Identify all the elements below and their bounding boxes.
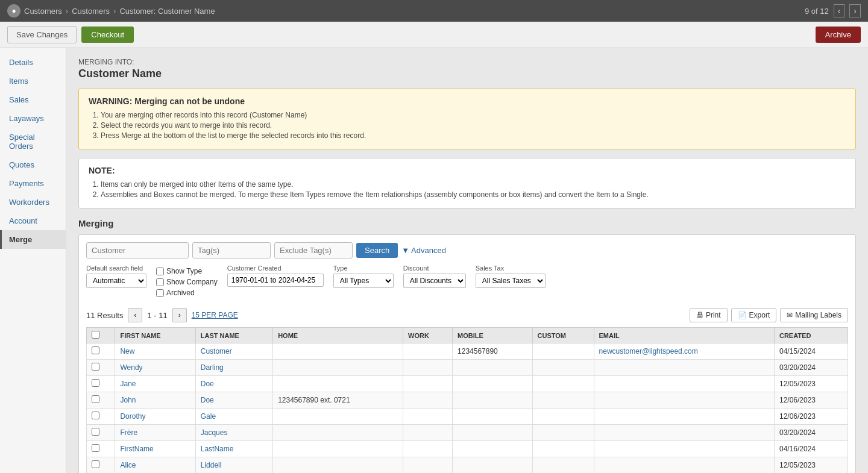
row-first-name[interactable]: New <box>115 343 195 360</box>
col-home: HOME <box>273 328 403 343</box>
row-checkbox[interactable] <box>92 395 99 403</box>
archive-button[interactable]: Archive <box>816 27 861 43</box>
row-last-name[interactable]: Gale <box>195 409 272 425</box>
sidebar-item-payments[interactable]: Payments <box>0 174 66 193</box>
row-first-name[interactable]: Dorothy <box>115 409 195 425</box>
show-company-checkbox[interactable] <box>156 278 164 286</box>
checkout-button[interactable]: Checkout <box>81 27 134 43</box>
row-first-name[interactable]: FirstName <box>115 441 195 457</box>
sidebar-item-account[interactable]: Account <box>0 211 66 230</box>
row-checkbox[interactable] <box>92 346 99 354</box>
exclude-tags-input[interactable] <box>274 242 353 258</box>
note-list: Items can only be merged into other Item… <box>89 180 846 199</box>
row-home <box>273 441 403 457</box>
sidebar-item-sales[interactable]: Sales <box>0 90 66 109</box>
tags-search-input[interactable] <box>192 242 271 258</box>
discount-group: Discount All Discounts <box>403 265 466 288</box>
row-checkbox[interactable] <box>92 363 99 371</box>
row-checkbox[interactable] <box>92 412 99 419</box>
row-first-name[interactable]: Frère <box>115 425 195 441</box>
filter-row: Default search field Automatic Show Type… <box>86 265 848 297</box>
row-checkbox[interactable] <box>92 428 99 436</box>
select-all-checkbox[interactable] <box>92 331 99 339</box>
prev-page-button[interactable]: ‹ <box>128 308 142 322</box>
next-nav-button[interactable]: › <box>849 4 861 17</box>
row-work <box>403 360 453 376</box>
row-last-name[interactable]: Jacques <box>195 425 272 441</box>
row-created: 04/15/2024 <box>774 343 848 360</box>
row-checkbox-cell[interactable] <box>87 376 115 392</box>
row-mobile <box>453 457 533 474</box>
row-checkbox-cell[interactable] <box>87 343 115 360</box>
sidebar-item-merge[interactable]: Merge <box>0 230 66 249</box>
note-item-1: Items can only be merged into other Item… <box>101 180 846 189</box>
warning-title: WARNING: Merging can not be undone <box>89 96 846 106</box>
sidebar-item-layaways[interactable]: Layaways <box>0 109 66 128</box>
row-checkbox-cell[interactable] <box>87 441 115 457</box>
row-work <box>403 409 453 425</box>
show-company-label[interactable]: Show Company <box>156 278 218 286</box>
row-checkbox-cell[interactable] <box>87 392 115 409</box>
row-checkbox-cell[interactable] <box>87 425 115 441</box>
table-row: Frère Jacques 03/20/2024 <box>87 425 848 441</box>
row-checkbox[interactable] <box>92 460 99 468</box>
row-work <box>403 392 453 409</box>
type-select[interactable]: All Types <box>333 274 394 288</box>
mailing-labels-button[interactable]: ✉ Mailing Labels <box>780 308 848 322</box>
default-search-group: Default search field Automatic <box>86 265 146 288</box>
row-checkbox-cell[interactable] <box>87 360 115 376</box>
col-email: EMAIL <box>594 328 774 343</box>
row-first-name[interactable]: John <box>115 392 195 409</box>
row-created: 03/20/2024 <box>774 360 848 376</box>
row-custom <box>532 441 594 457</box>
pagination-text: 9 of 12 <box>805 7 829 16</box>
row-first-name[interactable]: Wendy <box>115 360 195 376</box>
show-type-label[interactable]: Show Type <box>156 267 218 275</box>
save-changes-button[interactable]: Save Changes <box>7 26 77 43</box>
sidebar-item-workorders[interactable]: Workorders <box>0 193 66 211</box>
row-last-name[interactable]: Liddell <box>195 457 272 474</box>
row-checkbox[interactable] <box>92 444 99 452</box>
row-last-name[interactable]: Doe <box>195 376 272 392</box>
sidebar-item-special-orders[interactable]: Special Orders <box>0 128 66 155</box>
row-last-name[interactable]: Darling <box>195 360 272 376</box>
breadcrumb-customers2[interactable]: Customers <box>72 7 110 16</box>
results-table: FIRST NAME LAST NAME HOME WORK MOBILE CU… <box>86 327 848 473</box>
sidebar-item-quotes[interactable]: Quotes <box>0 155 66 174</box>
search-button[interactable]: Search <box>356 243 398 258</box>
breadcrumb-customers[interactable]: Customers <box>24 7 62 16</box>
customer-created-input[interactable] <box>227 274 324 287</box>
note-box: NOTE: Items can only be merged into othe… <box>78 158 856 208</box>
sales-tax-select[interactable]: All Sales Taxes <box>476 274 546 288</box>
row-first-name[interactable]: Jane <box>115 376 195 392</box>
default-search-select[interactable]: Automatic <box>86 274 146 288</box>
row-checkbox-cell[interactable] <box>87 457 115 474</box>
show-type-checkbox[interactable] <box>156 268 164 275</box>
row-last-name[interactable]: Doe <box>195 392 272 409</box>
breadcrumb-customer-name: Customer: Customer Name <box>119 7 215 16</box>
archived-checkbox[interactable] <box>156 289 164 297</box>
row-last-name[interactable]: LastName <box>195 441 272 457</box>
action-bar-left: Save Changes Checkout <box>7 26 134 43</box>
row-custom <box>532 425 594 441</box>
export-button[interactable]: 📄 Export <box>731 308 777 322</box>
per-page-link[interactable]: 15 PER PAGE <box>192 311 238 319</box>
archived-label[interactable]: Archived <box>156 289 218 297</box>
row-checkbox-cell[interactable] <box>87 409 115 425</box>
row-checkbox[interactable] <box>92 379 99 387</box>
row-last-name[interactable]: Customer <box>195 343 272 360</box>
nav-controls: 9 of 12 ‹ › <box>805 4 861 17</box>
customer-search-input[interactable] <box>86 242 189 258</box>
row-first-name[interactable]: Alice <box>115 457 195 474</box>
person-icon: ● <box>7 4 20 17</box>
sidebar-item-items[interactable]: Items <box>0 72 66 90</box>
mail-icon: ✉ <box>787 311 793 319</box>
row-custom <box>532 360 594 376</box>
print-button[interactable]: 🖶 Print <box>690 308 728 322</box>
advanced-link[interactable]: ▼ Advanced <box>401 246 446 255</box>
table-row: FirstName LastName 04/16/2024 <box>87 441 848 457</box>
discount-select[interactable]: All Discounts <box>403 274 466 288</box>
prev-nav-button[interactable]: ‹ <box>834 4 845 17</box>
sidebar-item-details[interactable]: Details <box>0 53 66 72</box>
next-page-button[interactable]: › <box>172 308 187 322</box>
